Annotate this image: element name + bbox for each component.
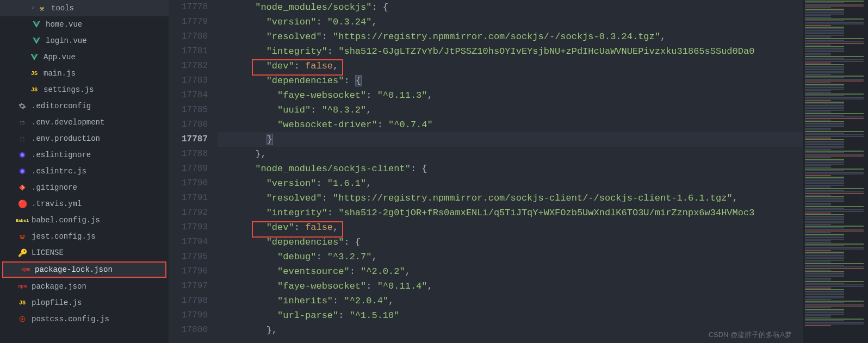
line-number: 17791 (169, 191, 208, 205)
minimap-line (805, 4, 864, 5)
minimap-line (805, 222, 844, 223)
minimap-line (805, 191, 864, 192)
minimap-line (805, 175, 831, 176)
minimap-line (805, 152, 844, 153)
minimap-line (805, 48, 844, 49)
minimap-line (805, 77, 844, 78)
minimap-line (805, 41, 864, 42)
code-line[interactable]: "uuid": "^8.3.2", (218, 103, 803, 117)
code-line[interactable]: } (218, 132, 803, 147)
code-line[interactable]: "node_modules/sockjs": { (218, 0, 803, 15)
code-line[interactable]: "websocket-driver": "^0.7.4" (218, 117, 803, 132)
svg-point-4 (23, 235, 25, 237)
minimap-line (805, 224, 831, 225)
code-editor: 1777817779177801778117782177831778417785… (169, 0, 868, 343)
js-icon: JS (29, 68, 39, 78)
file-item-babel-config-js[interactable]: Babelbabel.config.js (0, 212, 169, 228)
code-line[interactable]: "resolved": "https://registry.npmmirror.… (218, 191, 803, 205)
minimap-line (805, 30, 844, 31)
code-line[interactable]: "url-parse": "^1.5.10" (218, 308, 803, 323)
file-item-main-js[interactable]: JSmain.js (0, 65, 169, 82)
code-line[interactable]: "faye-websocket": "^0.11.3", (218, 88, 803, 103)
env-icon: ⬚ (17, 117, 27, 127)
minimap[interactable] (803, 0, 868, 343)
code-area[interactable]: "node_modules/sockjs": { "version": "0.3… (218, 0, 803, 343)
file-explorer[interactable]: >⚒toolshome.vuelogin.vueApp.vueJSmain.js… (0, 0, 169, 343)
minimap-line (805, 195, 831, 196)
file-item-settings-js[interactable]: JSsettings.js (0, 82, 169, 98)
minimap-line (805, 263, 864, 264)
code-line[interactable]: "eventsource": "^2.0.2", (218, 264, 803, 279)
file-item-tools[interactable]: >⚒tools (0, 0, 169, 16)
code-line[interactable]: }, (218, 147, 803, 161)
minimap-line (805, 142, 844, 144)
minimap-line (805, 314, 844, 315)
minimap-line (805, 128, 831, 129)
minimap-line (805, 230, 864, 232)
code-line[interactable]: "dev": false, (218, 59, 803, 73)
line-number: 17785 (169, 103, 208, 117)
minimap-line (805, 17, 831, 18)
minimap-line (805, 9, 844, 10)
minimap-line (805, 312, 844, 313)
minimap-line (805, 310, 844, 311)
minimap-line (805, 320, 844, 321)
minimap-line (805, 289, 844, 290)
file-item-home-vue[interactable]: home.vue (0, 16, 169, 33)
minimap-line (805, 157, 831, 158)
file-item-package-lock-json[interactable]: npmpackage-lock.json (2, 261, 166, 278)
code-line[interactable]: "debug": "^3.2.7", (218, 250, 803, 264)
file-item--gitignore[interactable]: .gitignore (0, 179, 169, 196)
npm-icon: npm (21, 265, 30, 275)
minimap-line (805, 201, 844, 202)
line-number: 17795 (169, 250, 208, 264)
file-item-app-vue[interactable]: App.vue (0, 49, 169, 65)
minimap-line (805, 244, 864, 245)
minimap-line (805, 183, 844, 184)
minimap-line (805, 208, 844, 209)
code-line[interactable]: "node_modules/sockjs-client": { (218, 161, 803, 176)
minimap-line (805, 147, 844, 148)
file-name-label: home.vue (46, 20, 82, 29)
file-item--env-production[interactable]: ⬚.env.production (0, 130, 169, 147)
code-line[interactable]: "dependencies": { (218, 235, 803, 250)
file-item-login-vue[interactable]: login.vue (0, 33, 169, 49)
file-item--eslintignore[interactable]: .eslintignore (0, 147, 169, 163)
file-item-package-json[interactable]: npmpackage.json (0, 278, 169, 295)
minimap-line (805, 260, 844, 261)
code-line[interactable]: "integrity": "sha512-2g0tjOR+fRs0amxENLi… (218, 205, 803, 220)
file-item-jest-config-js[interactable]: jest.config.js (0, 228, 169, 245)
code-line[interactable]: "dependencies": { (218, 73, 803, 88)
expand-arrow-icon[interactable]: > (29, 5, 37, 11)
minimap-line (805, 198, 844, 199)
minimap-line (805, 134, 864, 135)
minimap-line (805, 72, 844, 73)
minimap-line (805, 14, 844, 15)
file-item-postcss-config-js[interactable]: postcss.config.js (0, 311, 169, 327)
npm-icon: npm (17, 282, 27, 291)
code-line[interactable]: "version": "0.3.24", (218, 15, 803, 29)
line-number: 17786 (169, 117, 208, 132)
minimap-line (805, 204, 831, 205)
file-item-plopfile-js[interactable]: JSplopfile.js (0, 295, 169, 311)
line-number: 17784 (169, 88, 208, 103)
code-line[interactable]: "version": "1.6.1", (218, 176, 803, 191)
minimap-line (805, 126, 844, 127)
code-line[interactable]: "dev": false, (218, 220, 803, 235)
minimap-line (805, 227, 844, 228)
file-item--eslintrc-js[interactable]: .eslintrc.js (0, 163, 169, 179)
file-item--env-development[interactable]: ⬚.env.development (0, 114, 169, 130)
minimap-line (805, 319, 864, 320)
code-line[interactable]: "faye-websocket": "^0.11.4", (218, 279, 803, 294)
eslint-icon (17, 166, 27, 176)
file-item--travis-yml[interactable]: 🔴.travis.yml (0, 196, 169, 212)
minimap-line (805, 229, 864, 230)
file-item--editorconfig[interactable]: .editorconfig (0, 98, 169, 114)
code-line[interactable]: "resolved": "https://registry.npmmirror.… (218, 29, 803, 44)
minimap-line (805, 90, 831, 91)
code-line[interactable]: "inherits": "^2.0.4", (218, 294, 803, 308)
code-line[interactable]: "integrity": "sha512-GJgLTZ7vYb/JtPSSZ10… (218, 44, 803, 59)
minimap-line (805, 76, 864, 77)
file-name-label: .eslintrc.js (32, 167, 86, 176)
file-item-license[interactable]: 🔑LICENSE (0, 245, 169, 261)
